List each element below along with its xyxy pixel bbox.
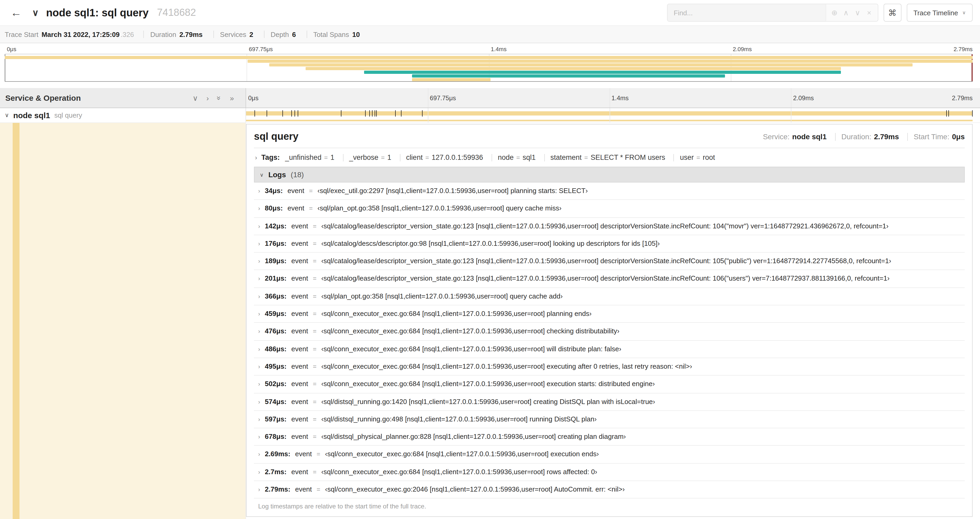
plus-circle-icon[interactable]: ⊕	[829, 8, 840, 17]
log-row[interactable]: › 459μs: event = ‹sql/conn_executor_exec…	[254, 305, 965, 323]
service-operation-title: Service & Operation	[5, 93, 81, 102]
chevron-right-icon[interactable]: ›	[258, 434, 260, 440]
equals-sign: =	[313, 434, 317, 441]
span-detail-panel: sql query Service: node sql1 Duration:	[246, 124, 973, 517]
prev-match-chevron-up-icon[interactable]: ∧	[841, 8, 851, 17]
ruler-tick-label: 2.79ms	[952, 94, 973, 102]
equals-sign: =	[516, 154, 520, 161]
chevron-right-icon[interactable]: ›	[258, 451, 260, 458]
log-row[interactable]: › 2.69ms: event = ‹sql/conn_executor_exe…	[254, 446, 965, 464]
log-row[interactable]: › 495μs: event = ‹sql/conn_executor_exec…	[254, 358, 965, 376]
log-row[interactable]: › 486μs: event = ‹sql/conn_executor_exec…	[254, 340, 965, 358]
collapse-one-chevron-down-icon[interactable]: ∨	[192, 94, 198, 102]
log-row[interactable]: › 189μs: event = ‹sql/catalog/lease/desc…	[254, 252, 965, 270]
log-row[interactable]: › 80μs: event = ‹sql/plan_opt.go:358 [ns…	[254, 200, 965, 218]
log-field-key: event	[295, 486, 312, 493]
summary-label: Depth	[270, 30, 289, 38]
log-timestamp: 34μs:	[265, 187, 283, 195]
log-timestamp: 366μs:	[265, 293, 286, 300]
chevron-right-icon[interactable]: ›	[258, 276, 260, 282]
log-field-key: event	[295, 451, 312, 458]
chevron-right-icon[interactable]: ›	[258, 381, 260, 387]
divider	[544, 154, 544, 161]
chevron-right-icon[interactable]: ›	[258, 398, 260, 405]
log-row[interactable]: › 34μs: event = ‹sql/exec_util.go:2297 […	[254, 182, 965, 200]
chevron-right-icon[interactable]: ›	[258, 328, 260, 335]
log-timestamp: 201μs:	[265, 275, 286, 283]
log-field-key: event	[291, 433, 308, 441]
clear-find-close-icon[interactable]: ×	[864, 8, 874, 17]
tag-value: 1	[330, 153, 334, 161]
log-row[interactable]: › 574μs: event = ‹sql/distsql_running.go…	[254, 393, 965, 411]
chevron-right-icon[interactable]: ›	[258, 346, 260, 352]
detail-region: sql query Service: node sql1 Duration:	[0, 123, 980, 519]
span-indent-guide	[13, 123, 19, 519]
log-row[interactable]: › 201μs: event = ‹sql/catalog/lease/desc…	[254, 270, 965, 288]
log-field-value: ‹sql/conn_executor_exec.go:684 [nsql1,cl…	[321, 345, 621, 353]
ruler-tick-label: 0μs	[7, 46, 16, 52]
view-mode-dropdown[interactable]: Trace Timeline ∨	[907, 4, 973, 22]
divider	[213, 30, 214, 38]
log-tick	[291, 110, 292, 117]
log-row[interactable]: › 678μs: event = ‹sql/distsql_physical_p…	[254, 428, 965, 446]
log-timestamp: 502μs:	[265, 380, 286, 388]
chevron-right-icon[interactable]: ›	[258, 293, 260, 300]
log-field-key: event	[291, 363, 308, 370]
log-row[interactable]: › 2.79ms: event = ‹sql/conn_executor_exe…	[254, 481, 965, 499]
chevron-right-icon[interactable]: ›	[255, 154, 257, 161]
log-field-value: ‹sql/distsql_physical_planner.go:828 [ns…	[321, 433, 626, 441]
chevron-down-icon[interactable]: ∨	[260, 172, 264, 177]
tag-item: _unfinished = 1	[285, 153, 349, 161]
collapse-all-double-chevron-down-icon[interactable]: »	[215, 96, 224, 100]
expand-all-double-chevron-right-icon[interactable]: »	[230, 94, 234, 102]
chevron-right-icon[interactable]: ›	[258, 206, 260, 212]
ruler-tick-label: 697.75μs	[249, 46, 273, 52]
keyboard-shortcuts-button[interactable]: ⌘	[883, 4, 901, 22]
logs-footnote: Log timestamps are relative to the start…	[254, 499, 965, 516]
find-input[interactable]	[667, 4, 826, 21]
span-name-cell[interactable]: ∨ node sql1 sql query	[0, 108, 246, 122]
expand-one-chevron-right-icon[interactable]: ›	[206, 94, 208, 102]
next-match-chevron-down-icon[interactable]: ∨	[852, 8, 863, 17]
tags-accordion[interactable]: › Tags: _unfinished = 1	[254, 148, 965, 167]
log-row[interactable]: › 2.7ms: event = ‹sql/conn_executor_exec…	[254, 464, 965, 481]
view-mode-label: Trace Timeline	[913, 9, 958, 17]
span-service-name: node sql1	[13, 111, 50, 120]
span-row[interactable]: ∨ node sql1 sql query	[0, 108, 980, 123]
collapse-trace-chevron-down-icon[interactable]: ∨	[31, 7, 40, 18]
log-row[interactable]: › 502μs: event = ‹sql/conn_executor_exec…	[254, 376, 965, 393]
chevron-right-icon[interactable]: ›	[258, 311, 260, 317]
chevron-right-icon[interactable]: ›	[258, 363, 260, 370]
span-chevron-down-icon[interactable]: ∨	[5, 112, 9, 119]
chevron-right-icon[interactable]: ›	[258, 188, 260, 194]
equals-sign: =	[313, 469, 317, 476]
log-field-key: event	[291, 240, 308, 248]
log-row[interactable]: › 176μs: event = ‹sql/catalog/descs/desc…	[254, 235, 965, 253]
back-icon[interactable]: ←	[7, 6, 25, 19]
log-field-value: ‹sql/distsql_running.go:1420 [nsql1,clie…	[321, 398, 655, 406]
chevron-right-icon[interactable]: ›	[258, 258, 260, 264]
minimap-canvas[interactable]	[5, 54, 973, 82]
tags-label: Tags:	[261, 153, 280, 161]
chevron-right-icon[interactable]: ›	[258, 223, 260, 229]
tags-list: _unfinished = 1 _verbose = 1	[285, 153, 715, 161]
logs-accordion-header[interactable]: ∨ Logs (18)	[254, 167, 965, 182]
log-row[interactable]: › 476μs: event = ‹sql/conn_executor_exec…	[254, 323, 965, 341]
equals-sign: =	[313, 258, 317, 265]
minimap-span	[364, 71, 841, 74]
chevron-right-icon[interactable]: ›	[258, 469, 260, 475]
chevron-right-icon[interactable]: ›	[258, 416, 260, 423]
equals-sign: =	[584, 154, 588, 161]
log-timestamp: 459μs:	[265, 310, 286, 318]
log-row[interactable]: › 597μs: event = ‹sql/distsql_running.go…	[254, 411, 965, 428]
log-row[interactable]: › 142μs: event = ‹sql/catalog/lease/desc…	[254, 217, 965, 235]
equals-sign: =	[313, 381, 317, 388]
chevron-right-icon[interactable]: ›	[258, 241, 260, 247]
chevron-right-icon[interactable]: ›	[258, 486, 260, 493]
tag-key: statement	[550, 153, 582, 161]
equals-sign: =	[697, 154, 700, 161]
divider	[399, 154, 400, 161]
divider	[907, 133, 908, 141]
span-bar-cell[interactable]	[246, 108, 980, 122]
log-row[interactable]: › 366μs: event = ‹sql/plan_opt.go:358 [n…	[254, 288, 965, 306]
